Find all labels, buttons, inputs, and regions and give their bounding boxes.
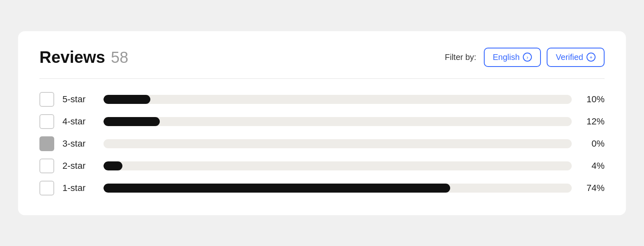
star-label-3star: 3-star xyxy=(62,138,95,149)
filter-area: Filter by: English › Verified + xyxy=(445,48,605,67)
chevron-right-icon: › xyxy=(523,53,532,62)
pct-label-2star: 4% xyxy=(580,161,605,171)
checkbox-3star[interactable] xyxy=(39,136,54,151)
rating-row-3star: 3-star0% xyxy=(39,136,605,151)
filter-verified-label: Verified xyxy=(556,53,583,62)
bar-track-1star xyxy=(104,184,572,193)
bar-fill-1star xyxy=(104,184,450,193)
checkbox-2star[interactable] xyxy=(39,159,54,173)
bar-track-5star xyxy=(104,95,572,104)
bar-track-2star xyxy=(104,161,572,170)
star-label-4star: 4-star xyxy=(62,116,95,127)
checkbox-5star[interactable] xyxy=(39,92,54,107)
rating-rows: 5-star10%4-star12%3-star0%2-star4%1-star… xyxy=(39,92,605,195)
star-label-2star: 2-star xyxy=(62,161,95,171)
rating-row-1star: 1-star74% xyxy=(39,181,605,195)
checkbox-1star[interactable] xyxy=(39,181,54,195)
reviews-card: Reviews 58 Filter by: English › Verified… xyxy=(18,31,626,215)
bar-fill-5star xyxy=(104,95,150,104)
title-area: Reviews 58 xyxy=(39,48,128,67)
bar-fill-4star xyxy=(104,117,160,126)
reviews-header: Reviews 58 Filter by: English › Verified… xyxy=(39,48,605,67)
bar-fill-2star xyxy=(104,161,122,170)
filter-language-button[interactable]: English › xyxy=(484,48,541,67)
reviews-title: Reviews xyxy=(39,48,105,67)
pct-label-5star: 10% xyxy=(580,94,605,105)
bar-track-4star xyxy=(104,117,572,126)
filter-language-label: English xyxy=(493,53,520,62)
reviews-count: 58 xyxy=(111,49,128,67)
pct-label-3star: 0% xyxy=(580,138,605,149)
pct-label-4star: 12% xyxy=(580,116,605,127)
filter-verified-button[interactable]: Verified + xyxy=(547,48,605,67)
star-label-5star: 5-star xyxy=(62,94,95,105)
rating-row-4star: 4-star12% xyxy=(39,114,605,129)
header-divider xyxy=(39,78,605,79)
rating-row-2star: 2-star4% xyxy=(39,159,605,173)
bar-track-3star xyxy=(104,139,572,148)
plus-icon: + xyxy=(586,53,596,62)
pct-label-1star: 74% xyxy=(580,183,605,193)
checkbox-4star[interactable] xyxy=(39,114,54,129)
rating-row-5star: 5-star10% xyxy=(39,92,605,107)
star-label-1star: 1-star xyxy=(62,183,95,193)
filter-label: Filter by: xyxy=(445,53,476,62)
